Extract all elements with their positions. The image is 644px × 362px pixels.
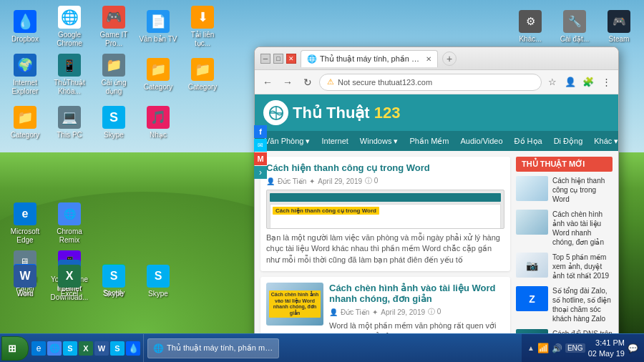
sidebar: THỦ THUẬT MỚI Cách hiện thanh công cụ tr…: [516, 157, 613, 346]
nav-khac[interactable]: Khác ▾: [588, 131, 618, 151]
excel-quick-launch[interactable]: X: [79, 341, 93, 356]
word-quick-launch[interactable]: W: [94, 341, 109, 356]
article-excerpt-1: Bạn là một người làm việc văn phòng và m…: [266, 233, 504, 265]
desktop-icon-caidat[interactable]: 🔧 Cài đặt...: [553, 4, 596, 50]
browser-titlebar: ─ □ ✕ 🌐 Thủ thuật máy tính, phần mềm... …: [255, 47, 618, 70]
sidebar-item-text-1: Cách hiện thanh công cụ trong Word: [552, 176, 613, 204]
sidebar-item-1[interactable]: Cách hiện thanh công cụ trong Word: [516, 176, 613, 204]
browser-toolbar: ← → ↻ ⚠ Not secure thutuat123.com ☆ 👤 🧩 …: [255, 70, 618, 94]
new-tab-button[interactable]: +: [442, 52, 457, 66]
desktop-icon-chrome[interactable]: 🌐 Google Chrome: [48, 4, 91, 50]
forward-button[interactable]: →: [279, 74, 296, 91]
tray-arrow[interactable]: ▲: [527, 344, 535, 352]
extension-icon[interactable]: 🧩: [580, 74, 596, 90]
window-controls: ─ □ ✕: [260, 54, 296, 64]
skype2-quick-launch[interactable]: S: [110, 341, 125, 356]
desktop-icon-dropbox[interactable]: 💧 Dropbox: [4, 4, 47, 50]
nav-internet[interactable]: Internet: [316, 131, 354, 151]
article-screenshot: Cách hiện thanh công cụ trong Word: [266, 190, 504, 229]
nav-didong[interactable]: Di Động: [548, 131, 589, 151]
browser-tab[interactable]: 🌐 Thủ thuật máy tính, phần mềm... ✕: [301, 50, 438, 67]
nav-audiovideo[interactable]: Audio/Video: [454, 131, 508, 151]
sidebar-item-3[interactable]: 📷 Top 5 phần mềm xem ảnh, duyệt ảnh tốt …: [516, 253, 613, 280]
article-title-2: Cách chèn hình ảnh vào tài liệu Word nha…: [329, 283, 504, 304]
dropbox-quick-launch[interactable]: 💧: [126, 341, 140, 356]
desktop-icon-nhac[interactable]: 🎵 Nhạc: [137, 99, 180, 146]
tray-notification[interactable]: 💬: [628, 343, 638, 353]
sidebar-item-text-3: Top 5 phần mềm xem ảnh, duyệt ảnh tốt nh…: [552, 253, 613, 280]
desktop-icon-skype2[interactable]: S Skype: [92, 258, 135, 305]
taskbar-browser-app[interactable]: 🌐 Thủ thuật máy tính, phần mềm...: [147, 338, 279, 358]
desktop-icon-gameit[interactable]: 🎮 Game IT Pro...: [92, 4, 135, 50]
article-meta-2: 👤Đức Tiến✦April 29, 2019ⓘ 0: [329, 307, 504, 317]
taskbar-app-label: Thủ thuật máy tính, phần mềm...: [167, 343, 274, 353]
back-button[interactable]: ←: [259, 74, 276, 91]
desktop: 💧 Dropbox 🌐 Google Chrome 🎮 Game IT Pro.…: [0, 0, 644, 362]
desktop-icon-chroma[interactable]: 🌐 Chroma Remix: [48, 200, 91, 247]
nav-windows[interactable]: Windows ▾: [354, 131, 404, 151]
nav-vanphong[interactable]: Văn Phòng ▾: [259, 131, 316, 151]
sidebar-item-text-2: Cách chèn hình ảnh vào tài liệu Word nha…: [552, 210, 613, 247]
site-nav: Văn Phòng ▾ Internet Windows ▾ Phần Mềm …: [255, 131, 618, 151]
desktop-icon-caiungdung[interactable]: 📁 Cài ứng dụng: [92, 52, 135, 98]
desktop-icon-vanbantv[interactable]: 📄 Văn bản TV: [137, 4, 180, 50]
desktop-icon-thuthuatkh[interactable]: 📱 ThủThuật Khóa...: [48, 52, 91, 98]
chrome-quick-launch[interactable]: 🌐: [47, 341, 62, 356]
main-content: Cách hiện thanh công cụ trong Word 👤Đức …: [260, 157, 510, 346]
sidebar-item-2[interactable]: Cách chèn hình ảnh vào tài liệu Word nha…: [516, 210, 613, 247]
sidebar-title: THỦ THUẬT MỚI: [516, 157, 613, 172]
desktop-icon-excel[interactable]: X Excel: [48, 258, 91, 305]
logo-thu: Thủ: [293, 104, 322, 122]
minimize-button[interactable]: ─: [260, 54, 270, 64]
windows-logo: ⊞: [8, 343, 16, 354]
arrow-social-icon[interactable]: ›: [254, 166, 267, 179]
desktop-icon-tailientuc[interactable]: ⬇ Tải liên tục...: [181, 4, 224, 50]
desktop-icon-folder2[interactable]: 📁 Category: [181, 52, 224, 98]
desktop-icon-folder3[interactable]: 📁 Category: [4, 99, 47, 146]
desktop-icon-edge[interactable]: e Microsoft Edge: [4, 200, 47, 247]
logo-text: Thủ Thuật 123: [293, 104, 401, 122]
start-button[interactable]: ⊞: [1, 336, 29, 361]
tray-language: ENG: [565, 343, 585, 353]
desktop-icon-skype1[interactable]: S Skype: [92, 99, 135, 146]
bookmark-star-icon[interactable]: ☆: [545, 74, 560, 90]
nav-doha[interactable]: Đồ Họa: [509, 131, 548, 151]
site-content-area: Cách hiện thanh công cụ trong Word 👤Đức …: [255, 151, 618, 346]
taskbar-shortcut-icons: W Word X Excel S Skype S Skype: [4, 258, 180, 305]
sidebar-item-img-4: Z: [516, 286, 548, 311]
desktop-icon-skype3[interactable]: S Skype: [137, 258, 180, 305]
site-header: Thủ Thuật 123: [255, 94, 618, 131]
edge-quick-launch[interactable]: e: [31, 341, 46, 356]
quick-launch: e 🌐 S X W S 💧: [29, 334, 144, 362]
nav-phanmem[interactable]: Phần Mềm: [404, 131, 455, 151]
logo-thuat: Thuật: [326, 104, 370, 122]
more-options-icon[interactable]: ⋮: [598, 74, 614, 90]
browser-window: ─ □ ✕ 🌐 Thủ thuật máy tính, phần mềm... …: [254, 47, 619, 347]
toolbar-icons: ☆ 👤 🧩 ⋮: [545, 74, 614, 90]
security-icon: ⚠: [327, 77, 334, 87]
desktop-icon-khac[interactable]: ⚙ Khác...: [509, 4, 552, 50]
maximize-button[interactable]: □: [273, 54, 283, 64]
sidebar-item-4[interactable]: Z Số tổng đài Zalo, số hotline, số điện …: [516, 286, 613, 323]
facebook-social-icon[interactable]: f: [254, 125, 267, 138]
address-bar[interactable]: ⚠ Not secure thutuat123.com: [319, 74, 542, 91]
desktop-icon-folder1[interactable]: 📁 Category: [137, 52, 180, 98]
gmail-social-icon[interactable]: M: [254, 152, 267, 165]
article-card-1[interactable]: Cách hiện thanh công cụ trong Word 👤Đức …: [260, 157, 510, 271]
system-clock[interactable]: 3:41 PM 02 May 19: [588, 338, 625, 358]
messenger-social-icon[interactable]: ✉: [254, 139, 267, 152]
tab-close-button[interactable]: ✕: [426, 55, 431, 63]
desktop-icon-steam[interactable]: 🎮 Steam: [597, 4, 640, 50]
desktop-icon-internet[interactable]: 🌍 Internet Explorer: [4, 52, 47, 98]
desktop-icons-area: 💧 Dropbox 🌐 Google Chrome 🎮 Game IT Pro.…: [4, 4, 225, 146]
right-desktop-icons: ⚙ Khác... 🔧 Cài đặt... 🎮 Steam: [509, 4, 640, 50]
sidebar-item-img-3: 📷: [516, 253, 548, 278]
desktop-icon-word[interactable]: W Word: [4, 258, 47, 305]
close-button[interactable]: ✕: [286, 54, 296, 64]
profile-icon[interactable]: 👤: [562, 74, 578, 90]
refresh-button[interactable]: ↻: [299, 74, 316, 91]
skype-quick-launch[interactable]: S: [63, 341, 77, 356]
logo-number: 123: [374, 104, 401, 122]
desktop-icon-thispc[interactable]: 💻 This PC: [48, 99, 91, 146]
sidebar-item-text-4: Số tổng đài Zalo, số hotline, số điện th…: [552, 286, 613, 323]
